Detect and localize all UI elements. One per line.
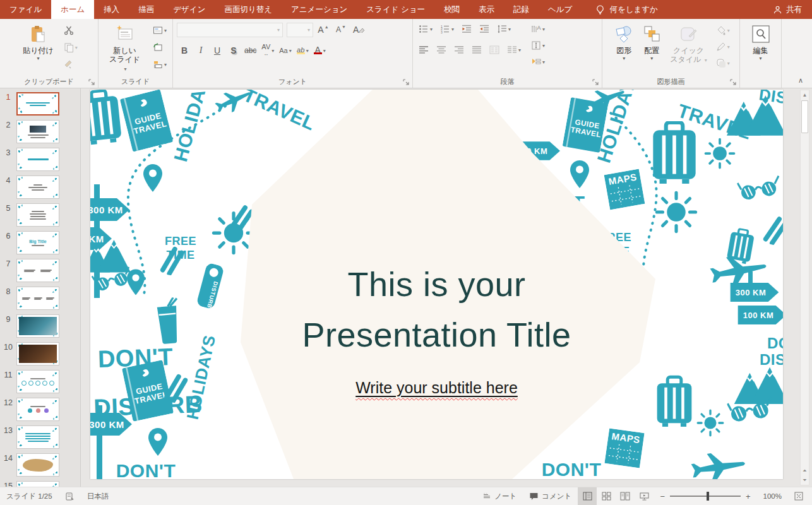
font-name-combobox[interactable]: ▾ xyxy=(177,23,283,37)
zoom-out-button[interactable]: − xyxy=(660,492,665,501)
drawing-dialog-launcher[interactable] xyxy=(729,78,737,86)
shapes-button[interactable]: 図形 ▾ xyxy=(610,22,638,68)
add-remove-columns-button[interactable]: ▾ xyxy=(505,43,523,57)
view-slide-sorter-button[interactable] xyxy=(597,487,616,505)
start-slideshow-button[interactable] xyxy=(635,487,654,505)
line-spacing-button[interactable]: ▾ xyxy=(495,22,513,36)
font-color-button[interactable]: A▾ xyxy=(312,43,328,58)
decrease-font-size-button[interactable]: A▼ xyxy=(333,22,349,37)
slide-title[interactable]: This is your Presentation Title xyxy=(90,259,783,360)
clear-formatting-button[interactable]: A xyxy=(351,22,367,37)
reset-slide-button[interactable] xyxy=(151,40,169,54)
next-slide-button[interactable]: ⏷ xyxy=(800,475,809,485)
ribbon-tab-file[interactable]: ファイル xyxy=(0,0,51,19)
convert-to-smartart-button[interactable]: ▾ xyxy=(529,55,547,69)
align-right-button[interactable] xyxy=(452,43,466,57)
ribbon-tab-review[interactable]: 校閲 xyxy=(434,0,469,19)
fit-slide-to-window-button[interactable] xyxy=(788,487,812,505)
slide-thumbnail-8[interactable] xyxy=(16,287,59,310)
collapse-ribbon-button[interactable]: ∧ xyxy=(798,76,803,85)
slide-thumbnail-7[interactable] xyxy=(16,259,59,282)
slide-editor[interactable]: MAPS GUIDE TRAVEL xyxy=(90,90,783,479)
quick-styles-button[interactable]: クイックスタイル ▾ xyxy=(666,22,711,68)
slide-thumbnail-6[interactable]: Big Title xyxy=(16,231,59,254)
cut-button[interactable] xyxy=(62,23,80,37)
section-button[interactable]: ▾ xyxy=(151,57,169,71)
ribbon-tab-home[interactable]: ホーム xyxy=(51,0,94,19)
shape-outline-button[interactable]: ▾ xyxy=(714,40,732,54)
slide-thumbnail-2[interactable] xyxy=(16,120,59,143)
strikethrough-button[interactable]: abc xyxy=(242,43,258,58)
paragraph-dialog-launcher[interactable] xyxy=(592,78,599,86)
text-direction-button[interactable]: A▾ xyxy=(529,22,547,36)
slide-subtitle[interactable]: Write your subtitle here xyxy=(90,379,783,397)
slide-thumbnail-14[interactable] xyxy=(16,453,59,477)
align-center-button[interactable] xyxy=(434,43,448,57)
numbering-button[interactable]: 123▾ xyxy=(438,22,456,36)
share-button[interactable]: 共有 xyxy=(763,0,812,19)
justify-button[interactable] xyxy=(470,43,484,57)
increase-indent-button[interactable] xyxy=(477,22,491,36)
slide-thumbnail-13[interactable] xyxy=(16,425,59,449)
slide-thumbnail-1[interactable] xyxy=(16,92,59,116)
format-painter-button[interactable] xyxy=(62,57,80,71)
slide-thumbnail-4[interactable] xyxy=(16,175,59,199)
view-normal-button[interactable] xyxy=(578,487,597,505)
zoom-level[interactable]: 100% xyxy=(757,487,788,505)
scroll-up-button[interactable]: ▲ xyxy=(800,90,809,100)
slide-thumbnail-9[interactable] xyxy=(16,314,59,338)
layout-button[interactable]: ▾ xyxy=(151,23,169,37)
clipboard-dialog-launcher[interactable] xyxy=(88,78,95,86)
ribbon-tab-record[interactable]: 記録 xyxy=(504,0,539,19)
zoom-in-button[interactable]: + xyxy=(746,492,751,501)
view-reading-button[interactable] xyxy=(616,487,635,505)
increase-font-size-button[interactable]: A▲ xyxy=(316,22,331,37)
bullets-button[interactable]: ▾ xyxy=(417,22,434,36)
slide-thumbnail-12[interactable] xyxy=(16,398,59,421)
editing-button[interactable]: 編集 ▾ xyxy=(747,22,775,64)
ribbon-tab-insert[interactable]: 挿入 xyxy=(94,0,129,19)
ribbon-tab-view[interactable]: 表示 xyxy=(469,0,504,19)
ribbon-tab-transitions[interactable]: 画面切り替え xyxy=(215,0,282,19)
zoom-slider-thumb[interactable] xyxy=(707,492,709,501)
columns-button[interactable] xyxy=(487,43,501,57)
ribbon-tab-slideshow[interactable]: スライド ショー xyxy=(357,0,434,19)
arrange-button[interactable]: 配置 ▾ xyxy=(638,22,666,68)
slide-counter[interactable]: スライド 1/25 xyxy=(0,487,59,505)
ribbon-tab-design[interactable]: デザイン xyxy=(164,0,215,19)
paste-button[interactable]: 貼り付け ▾ xyxy=(18,22,58,64)
character-spacing-button[interactable]: AV↔▾ xyxy=(260,43,276,58)
slide-thumbnail-5[interactable] xyxy=(16,203,59,227)
ribbon-tab-animations[interactable]: アニメーション xyxy=(282,0,357,19)
shape-effects-button[interactable]: ▾ xyxy=(714,56,732,70)
bold-button[interactable]: B xyxy=(177,43,192,58)
underline-button[interactable]: U xyxy=(210,43,225,58)
spell-check-indicator[interactable] xyxy=(59,487,81,505)
align-left-button[interactable] xyxy=(417,43,431,57)
align-text-button[interactable]: ▾ xyxy=(529,39,547,52)
new-slide-button[interactable]: 新しいスライド ▾ xyxy=(102,22,147,76)
text-shadow-button[interactable]: S xyxy=(226,43,241,58)
slide-thumbnail-10[interactable] xyxy=(16,342,59,365)
zoom-slider[interactable] xyxy=(670,496,741,497)
font-size-combobox[interactable]: ▾ xyxy=(287,23,313,37)
tell-me-box[interactable]: 何をしますか xyxy=(595,0,657,19)
notes-toggle[interactable]: ノート xyxy=(476,487,523,505)
slide-scrollbar[interactable]: ▲ ⏶ ⏷ xyxy=(800,90,809,485)
slide-thumbnail-11[interactable] xyxy=(16,370,59,393)
ribbon-tab-help[interactable]: ヘルプ xyxy=(539,0,582,19)
ribbon-tab-draw[interactable]: 描画 xyxy=(129,0,164,19)
slide-thumbnail-15[interactable]: 51,791,300 xyxy=(16,481,59,487)
scrollbar-thumb[interactable] xyxy=(801,100,808,133)
highlight-color-button[interactable]: ab▾ xyxy=(295,43,311,58)
slide-thumbnail-3[interactable] xyxy=(16,148,59,171)
comments-toggle[interactable]: コメント xyxy=(523,487,578,505)
language-indicator[interactable]: 日本語 xyxy=(81,487,116,505)
decrease-indent-button[interactable] xyxy=(460,22,474,36)
copy-button[interactable]: ▾ xyxy=(62,40,80,54)
change-case-button[interactable]: Aa▾ xyxy=(277,43,293,58)
shape-fill-button[interactable]: ▾ xyxy=(714,23,732,37)
font-dialog-launcher[interactable] xyxy=(402,78,410,86)
previous-slide-button[interactable]: ⏶ xyxy=(800,466,809,475)
italic-button[interactable]: I xyxy=(193,43,208,58)
